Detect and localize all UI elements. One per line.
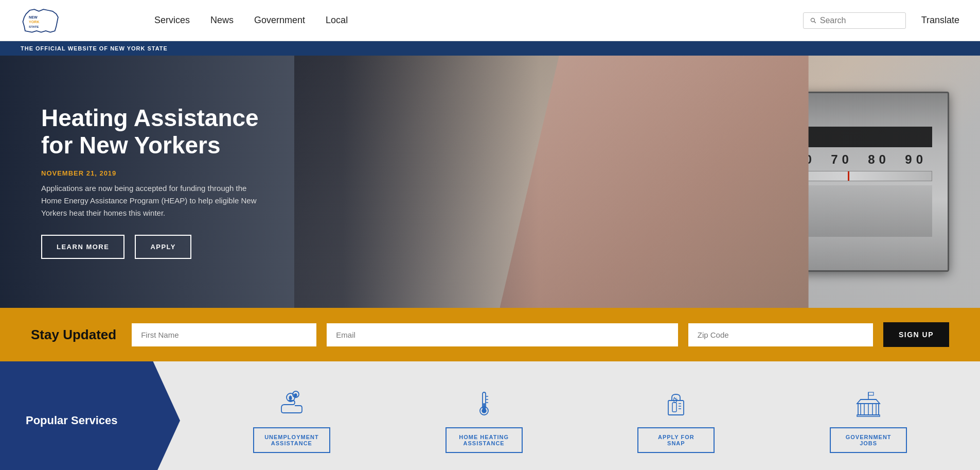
popular-services-section: Popular Services $ $ UNEMPLOYMENT ASSIST… <box>0 361 980 470</box>
logo-area: NEW YORK STATE <box>21 5 123 36</box>
zip-input[interactable] <box>688 323 873 346</box>
translate-link[interactable]: Translate <box>921 15 959 26</box>
service-snap[interactable]: APPLY FOR SNAP <box>637 388 715 453</box>
ny-state-logo: NEW YORK STATE <box>21 5 62 36</box>
popular-services-label: Popular Services <box>0 361 180 470</box>
svg-text:$: $ <box>294 393 297 397</box>
nav-links: Services News Government Local <box>154 15 803 26</box>
search-icon <box>810 16 817 25</box>
svg-point-4 <box>811 18 814 22</box>
svg-rect-18 <box>672 403 676 412</box>
service-unemployment-label: UNEMPLOYMENT ASSISTANCE <box>253 427 330 453</box>
service-snap-label: APPLY FOR SNAP <box>637 427 715 453</box>
firstname-input[interactable] <box>132 323 316 346</box>
popular-services-title: Popular Services <box>26 414 118 427</box>
stay-updated-section: Stay Updated SIGN UP <box>0 308 980 361</box>
service-govt-jobs[interactable]: GOVERNMENT JOBS <box>830 388 907 453</box>
hero-title: Heating Assistance for New Yorkers <box>41 105 268 159</box>
service-unemployment[interactable]: $ $ UNEMPLOYMENT ASSISTANCE <box>253 388 330 453</box>
svg-marker-0 <box>23 9 58 32</box>
services-grid: $ $ UNEMPLOYMENT ASSISTANCE <box>180 361 980 470</box>
thermometer-icon <box>466 388 502 419</box>
nav-local[interactable]: Local <box>326 15 348 26</box>
svg-text:NEW: NEW <box>29 15 38 20</box>
svg-rect-30 <box>868 392 874 395</box>
search-input[interactable] <box>820 16 899 25</box>
email-input[interactable] <box>327 323 678 346</box>
hero-content: Heating Assistance for New Yorkers NOVEM… <box>0 105 309 259</box>
government-building-icon <box>850 388 886 419</box>
signup-button[interactable]: SIGN UP <box>883 322 949 347</box>
service-heating-label: HOME HEATING ASSISTANCE <box>446 427 523 453</box>
official-banner-text: THE OFFICIAL WEBSITE OF NEW YORK STATE <box>21 45 168 51</box>
svg-text:STATE: STATE <box>29 24 39 28</box>
svg-text:$: $ <box>289 395 292 401</box>
svg-marker-28 <box>857 399 880 404</box>
hero-description: Applications are now being accepted for … <box>41 182 268 219</box>
grocery-bag-icon <box>658 388 694 419</box>
nav-news[interactable]: News <box>210 15 234 26</box>
service-govt-jobs-label: GOVERNMENT JOBS <box>830 427 907 453</box>
official-banner: THE OFFICIAL WEBSITE OF NEW YORK STATE <box>0 41 980 56</box>
stay-updated-title: Stay Updated <box>31 327 116 343</box>
nav-government[interactable]: Government <box>254 15 305 26</box>
hero-date: NOVEMBER 21, 2019 <box>41 169 268 177</box>
header: NEW YORK STATE Services News Government … <box>0 0 980 41</box>
hero-section: 50 60 70 80 90 Heating Assistance for Ne… <box>0 56 980 308</box>
search-box[interactable] <box>803 12 906 29</box>
learn-more-button[interactable]: LEARN MORE <box>41 235 124 259</box>
service-heating[interactable]: HOME HEATING ASSISTANCE <box>446 388 523 453</box>
nav-services[interactable]: Services <box>154 15 190 26</box>
svg-text:YORK: YORK <box>29 20 40 24</box>
money-hand-icon: $ $ <box>274 388 310 419</box>
hero-buttons: LEARN MORE APPLY <box>41 235 268 259</box>
header-right: Translate <box>803 12 959 29</box>
svg-rect-13 <box>484 404 485 411</box>
svg-rect-31 <box>857 415 880 416</box>
svg-line-5 <box>814 21 815 23</box>
apply-button[interactable]: APPLY <box>135 235 191 259</box>
